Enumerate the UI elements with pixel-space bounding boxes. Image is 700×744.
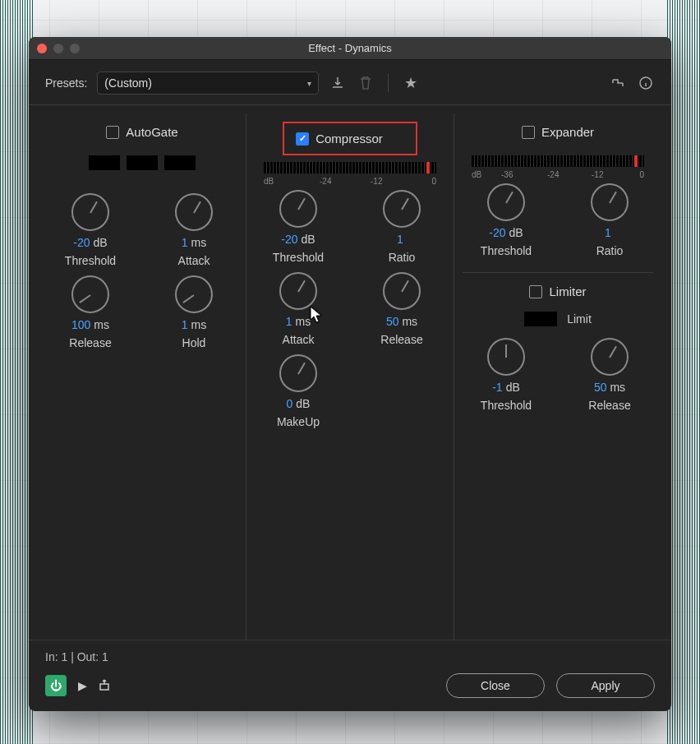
window-title: Effect - Dynamics	[308, 42, 392, 54]
autogate-release-knob[interactable]: 100ms Release	[49, 275, 131, 349]
info-icon[interactable]	[637, 74, 655, 92]
delete-preset-icon	[357, 74, 375, 92]
toolbar: Presets: (Custom) ▾ ★	[29, 60, 671, 105]
limiter-header[interactable]: Limiter	[518, 281, 597, 302]
compressor-checkbox[interactable]	[296, 132, 309, 146]
gate-led	[164, 155, 196, 170]
autogate-threshold-knob[interactable]: -20dB Threshold	[49, 193, 131, 267]
autogate-checkbox[interactable]	[106, 126, 119, 139]
compressor-header[interactable]: Compressor	[283, 122, 417, 155]
close-button[interactable]: Close	[446, 673, 545, 698]
autogate-attack-knob[interactable]: 1ms Attack	[153, 193, 235, 267]
limiter-limit-row: Limit	[524, 312, 592, 326]
compressor-release-knob[interactable]: 50ms Release	[361, 272, 443, 346]
autogate-hold-knob[interactable]: 1ms Hold	[153, 275, 235, 349]
expander-label: Expander	[541, 125, 594, 139]
io-channels-label: In: 1 | Out: 1	[45, 650, 655, 663]
compressor-attack-knob[interactable]: 1ms Attack	[257, 272, 339, 346]
compressor-ratio-knob[interactable]: 1 Ratio	[361, 190, 443, 264]
limiter-checkbox[interactable]	[529, 285, 542, 298]
expander-ratio-knob[interactable]: 1 Ratio	[569, 183, 651, 257]
limiter-release-knob[interactable]: 50ms Release	[569, 338, 651, 412]
autogate-header[interactable]: AutoGate	[94, 122, 189, 142]
expander-header[interactable]: Expander	[510, 122, 606, 142]
play-icon[interactable]: ▶	[78, 679, 87, 692]
dynamics-window: Effect - Dynamics Presets: (Custom) ▾ ★ …	[29, 37, 671, 711]
expander-meter	[472, 155, 644, 167]
presets-label: Presets:	[45, 76, 87, 90]
favorite-icon[interactable]: ★	[402, 74, 420, 92]
gate-led	[127, 155, 158, 170]
preset-dropdown[interactable]: (Custom) ▾	[97, 72, 319, 95]
autogate-label: AutoGate	[126, 125, 177, 139]
limiter-led	[524, 312, 557, 326]
save-preset-icon[interactable]	[329, 74, 347, 92]
footer: In: 1 | Out: 1 ⏻ ▶ Close Apply	[29, 640, 671, 711]
zoom-window-button[interactable]	[70, 44, 80, 53]
compressor-meter	[264, 162, 436, 173]
window-controls	[37, 44, 80, 53]
titlebar: Effect - Dynamics	[29, 37, 671, 60]
autogate-section: AutoGate -20dB Threshold 1ms Attack	[39, 113, 246, 640]
close-window-button[interactable]	[37, 44, 47, 53]
compressor-makeup-knob[interactable]: 0dB MakeUp	[257, 354, 339, 428]
routing-icon[interactable]	[609, 74, 627, 92]
limiter-label: Limiter	[549, 284, 586, 298]
expander-threshold-knob[interactable]: -20dB Threshold	[465, 183, 547, 257]
expander-meter-scale: dB -36 -24 -12 0	[472, 167, 644, 183]
expander-limiter-section: Expander dB -36 -24 -12 0 -20dB Threshol…	[454, 113, 661, 640]
power-toggle[interactable]: ⏻	[45, 675, 67, 696]
chevron-down-icon: ▾	[307, 79, 311, 88]
autogate-indicators	[89, 155, 196, 173]
compressor-section: Compressor dB -24 -12 0 -20dB Threshold …	[246, 113, 454, 640]
apply-button[interactable]: Apply	[556, 673, 655, 698]
export-icon[interactable]	[99, 678, 113, 694]
compressor-label: Compressor	[315, 132, 383, 146]
toolbar-separator	[388, 74, 389, 92]
gate-led	[89, 155, 120, 170]
compressor-meter-scale: dB -24 -12 0	[264, 173, 436, 190]
expander-checkbox[interactable]	[522, 126, 535, 139]
content: AutoGate -20dB Threshold 1ms Attack	[29, 105, 671, 640]
limiter-threshold-knob[interactable]: -1dB Threshold	[465, 338, 547, 412]
compressor-threshold-knob[interactable]: -20dB Threshold	[257, 190, 339, 264]
preset-value: (Custom)	[104, 76, 152, 90]
minimize-window-button[interactable]	[53, 44, 63, 53]
section-divider	[463, 272, 653, 273]
